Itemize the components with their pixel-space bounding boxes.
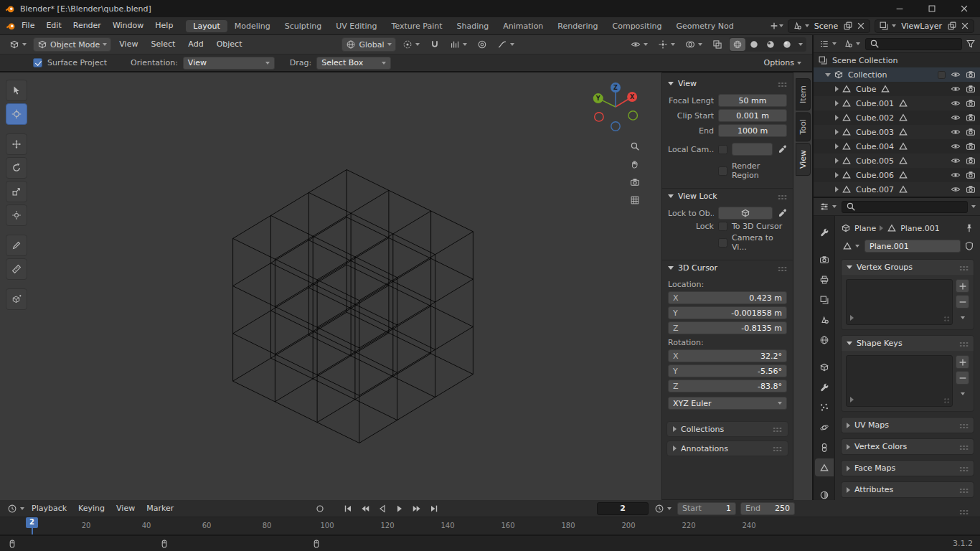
workspace-tab-geometry-nodes[interactable]: Geometry Nod [669, 20, 740, 32]
menu-edit[interactable]: Edit [40, 17, 67, 34]
properties-tab-output[interactable] [815, 270, 834, 288]
tool-transform[interactable] [6, 204, 27, 226]
play-button[interactable] [392, 501, 407, 515]
previous-keyframe-button[interactable] [357, 501, 372, 515]
cursor-panel-header[interactable]: 3D Cursor [662, 260, 793, 276]
cursor-rotation-y-field[interactable]: Y-5.56° [668, 364, 787, 377]
properties-tab-object-data[interactable] [815, 458, 834, 476]
tool-measure[interactable] [6, 258, 27, 280]
list-resize-grip[interactable] [943, 316, 950, 322]
cursor-rotation-x-field[interactable]: X32.2° [668, 349, 787, 362]
panel-drag-grip[interactable] [959, 444, 969, 450]
remove-shape-key-button[interactable] [956, 371, 969, 385]
outliner-row-object[interactable]: Cube [814, 82, 980, 96]
hide-in-viewport-icon[interactable] [951, 84, 961, 94]
disable-in-renders-icon[interactable] [966, 98, 976, 108]
snap-toggle[interactable] [426, 37, 443, 52]
cursor-location-y-field[interactable]: Y-0.001858 m [668, 306, 787, 319]
mode-dropdown[interactable]: Object Mode [33, 37, 111, 52]
hide-in-viewport-icon[interactable] [951, 170, 961, 180]
properties-search-input[interactable] [842, 201, 968, 213]
tool-rotate[interactable] [6, 157, 27, 179]
menu-timeline-view[interactable]: View [110, 500, 141, 517]
current-frame-field[interactable]: 2 [597, 502, 649, 515]
hide-in-viewport-icon[interactable] [951, 70, 961, 80]
sidebar-tab-item[interactable]: Item [796, 78, 811, 110]
disable-in-renders-icon[interactable] [966, 127, 976, 137]
view-layer-browse-chevron[interactable] [892, 24, 896, 27]
drag-dropdown[interactable]: Select Box [316, 57, 391, 70]
outliner-row-scene-collection[interactable]: Scene Collection [814, 53, 980, 67]
camera-view-icon[interactable] [630, 177, 640, 187]
next-keyframe-button[interactable] [409, 501, 424, 515]
collections-panel-header[interactable]: Collections [666, 421, 788, 437]
panel-drag-grip[interactable] [959, 509, 969, 514]
add-workspace-button[interactable] [769, 21, 783, 31]
frame-start-field[interactable]: Start1 [677, 502, 736, 515]
menu-playback[interactable]: Playback [26, 500, 72, 517]
properties-tab-object[interactable] [815, 358, 834, 376]
outliner-row-collection[interactable]: Collection [814, 67, 980, 82]
disable-in-renders-icon[interactable] [966, 113, 976, 123]
pin-icon[interactable] [964, 223, 974, 233]
outliner-row-object[interactable]: Cube.004 [814, 139, 980, 154]
gizmos-dropdown[interactable] [654, 37, 679, 52]
xray-toggle[interactable] [709, 37, 726, 52]
viewport-3d[interactable]: XYZ View Focal Lengt50 mm Clip Start0.00… [0, 72, 812, 500]
camera-to-view-checkbox[interactable] [718, 238, 727, 248]
lock-to-3d-cursor-checkbox[interactable] [718, 222, 727, 231]
hide-in-viewport-icon[interactable] [951, 156, 961, 166]
menu-object[interactable]: Object [212, 36, 248, 53]
remove-view-layer-icon[interactable] [960, 21, 970, 31]
editor-type-3d-viewport-button[interactable] [6, 37, 30, 52]
shading-wireframe-button[interactable] [730, 38, 745, 51]
blender-menu-icon[interactable] [6, 21, 16, 31]
workspace-tab-compositing[interactable]: Compositing [606, 20, 669, 32]
vertex-groups-header[interactable]: Vertex Groups [842, 260, 974, 275]
hide-in-viewport-icon[interactable] [951, 127, 961, 137]
view-layer-name[interactable]: ViewLayer [899, 22, 944, 31]
view-lock-panel-header[interactable]: View Lock [662, 189, 793, 204]
editor-type-outliner-button[interactable] [818, 37, 838, 51]
menu-marker[interactable]: Marker [141, 500, 179, 517]
outliner-filter-icon[interactable] [966, 39, 976, 49]
disable-in-renders-icon[interactable] [966, 184, 976, 194]
menu-select[interactable]: Select [146, 36, 180, 53]
disable-in-renders-icon[interactable] [966, 84, 976, 94]
vertex-groups-list[interactable] [846, 279, 953, 325]
properties-tab-world[interactable] [815, 331, 834, 349]
tool-select-box[interactable] [6, 80, 27, 101]
tool-scale[interactable] [6, 181, 27, 202]
focal-length-field[interactable]: 50 mm [718, 94, 787, 107]
properties-tab-physics[interactable] [815, 418, 834, 436]
breadcrumb-data[interactable]: Plane.001 [900, 224, 940, 233]
overlays-dropdown[interactable] [682, 37, 706, 52]
panel-drag-grip[interactable] [773, 426, 782, 432]
shading-rendered-button[interactable] [779, 38, 795, 51]
outliner-row-object[interactable]: Cube.002 [814, 110, 980, 125]
menu-help[interactable]: Help [149, 17, 179, 34]
hide-in-viewport-icon[interactable] [951, 141, 961, 151]
jump-to-start-button[interactable] [340, 501, 355, 515]
shading-solid-button[interactable] [746, 38, 762, 51]
hide-in-viewport-icon[interactable] [951, 184, 961, 194]
scene-icon[interactable] [792, 21, 802, 31]
mesh-browse-dropdown[interactable] [841, 239, 861, 253]
shading-material-button[interactable] [763, 38, 778, 51]
panel-drag-grip[interactable] [778, 81, 787, 87]
add-vertex-group-button[interactable] [956, 279, 969, 293]
workspace-tab-rendering[interactable]: Rendering [550, 20, 605, 32]
object-visibility-dropdown[interactable] [627, 37, 651, 52]
properties-tab-tool[interactable] [815, 223, 834, 241]
options-dropdown[interactable]: Options [760, 56, 805, 70]
tool-3d-cursor[interactable] [6, 103, 27, 125]
local-camera-checkbox[interactable] [718, 145, 727, 154]
shading-options-dropdown[interactable] [796, 38, 806, 51]
cursor-rotation-z-field[interactable]: Z-83.8° [668, 380, 787, 392]
tool-add-cube[interactable] [6, 288, 27, 310]
annotations-panel-header[interactable]: Annotations [666, 441, 788, 456]
properties-tab-render[interactable] [815, 250, 834, 268]
collection-checkbox[interactable] [938, 71, 946, 79]
menu-keying[interactable]: Keying [72, 500, 110, 517]
fake-user-shield-icon[interactable] [964, 241, 974, 251]
